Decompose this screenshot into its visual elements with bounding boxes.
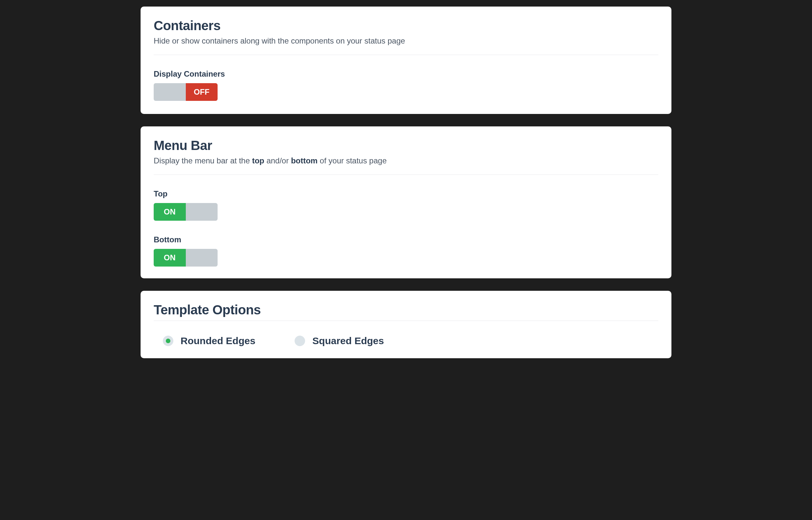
menubar-top-toggle[interactable]: ON (154, 203, 218, 221)
display-containers-field: Display Containers OFF (154, 70, 658, 102)
containers-title: Containers (154, 18, 658, 33)
containers-description: Hide or show containers along with the c… (154, 36, 658, 46)
menubar-desc-prefix: Display the menu bar at the (154, 156, 252, 165)
radio-icon (163, 336, 173, 346)
menubar-card: Menu Bar Display the menu bar at the top… (141, 126, 671, 278)
toggle-track (186, 249, 218, 266)
menubar-desc-suffix: of your status page (318, 156, 387, 165)
menubar-bottom-field: Bottom ON (154, 235, 658, 266)
divider (154, 175, 658, 175)
menubar-top-field: Top ON (154, 189, 658, 221)
menubar-description: Display the menu bar at the top and/or b… (154, 156, 658, 165)
toggle-on-indicator: ON (154, 249, 186, 266)
display-containers-label: Display Containers (154, 70, 658, 79)
divider (154, 320, 658, 321)
template-option-rounded-label: Rounded Edges (180, 335, 255, 346)
menubar-top-label: Top (154, 189, 658, 199)
toggle-off-indicator: OFF (186, 83, 218, 101)
radio-icon (295, 336, 305, 346)
template-radio-group: Rounded Edges Squared Edges (154, 335, 658, 346)
menubar-desc-bottom: bottom (291, 156, 318, 165)
menubar-desc-top: top (252, 156, 264, 165)
containers-card: Containers Hide or show containers along… (141, 6, 671, 114)
menubar-bottom-label: Bottom (154, 235, 658, 244)
template-option-squared-label: Squared Edges (312, 335, 384, 346)
divider (154, 55, 658, 55)
toggle-on-indicator: ON (154, 203, 186, 221)
menubar-bottom-toggle[interactable]: ON (154, 249, 218, 266)
toggle-track (186, 203, 218, 221)
template-options-card: Template Options Rounded Edges Squared E… (141, 291, 671, 358)
template-option-squared[interactable]: Squared Edges (295, 335, 384, 346)
menubar-desc-mid: and/or (264, 156, 291, 165)
menubar-title: Menu Bar (154, 138, 658, 153)
template-option-rounded[interactable]: Rounded Edges (163, 335, 255, 346)
template-options-title: Template Options (154, 303, 658, 317)
toggle-track (154, 83, 186, 101)
display-containers-toggle[interactable]: OFF (154, 83, 218, 101)
